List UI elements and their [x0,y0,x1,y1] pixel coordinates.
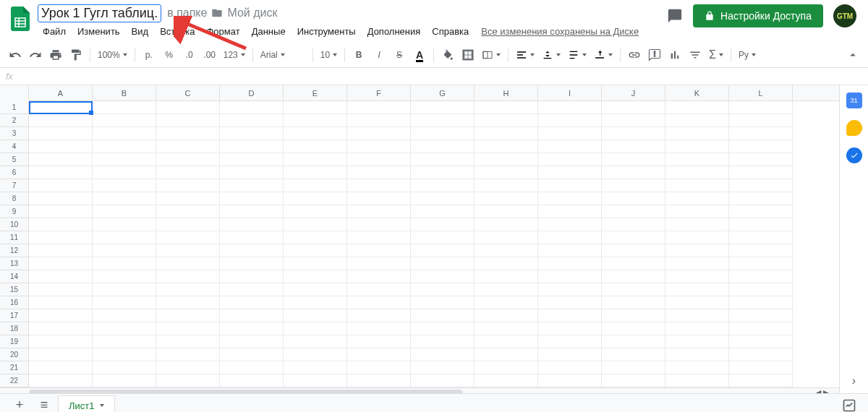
cell-I1[interactable] [538,101,602,114]
expand-toolbar-button[interactable] [843,46,862,64]
row-header-15[interactable]: 15 [0,283,29,296]
cell-F18[interactable] [347,322,411,335]
cell-J4[interactable] [602,140,665,153]
row-header-18[interactable]: 18 [0,322,29,335]
cell-I6[interactable] [538,166,602,179]
cell-E16[interactable] [284,296,347,309]
percent-format-button[interactable]: % [160,46,179,64]
cell-C8[interactable] [156,192,220,205]
cell-D20[interactable] [220,348,284,361]
column-header-I[interactable]: I [538,85,602,101]
cell-J17[interactable] [602,309,665,322]
cell-L3[interactable] [729,127,793,140]
cell-L15[interactable] [729,283,793,296]
cell-A9[interactable] [29,205,93,218]
cell-L21[interactable] [729,361,793,374]
cell-C5[interactable] [156,153,220,166]
insert-link-button[interactable] [625,46,644,64]
cell-C14[interactable] [156,270,220,283]
cell-J7[interactable] [602,179,665,192]
cell-I18[interactable] [538,322,602,335]
cell-A5[interactable] [29,153,93,166]
decrease-decimal-button[interactable]: .0 [180,46,199,64]
cell-K19[interactable] [665,335,729,348]
cell-G17[interactable] [411,309,475,322]
font-family-dropdown[interactable]: Arial [258,46,308,64]
cell-K8[interactable] [665,192,729,205]
zoom-dropdown[interactable]: 100% [95,46,130,64]
cell-D11[interactable] [220,231,284,244]
cell-H21[interactable] [475,361,538,374]
account-avatar[interactable]: GTM [833,4,856,27]
cell-A20[interactable] [29,348,93,361]
cell-F6[interactable] [347,166,411,179]
column-header-H[interactable]: H [475,85,538,101]
row-header-22[interactable]: 22 [0,374,29,387]
cell-I19[interactable] [538,335,602,348]
cell-J8[interactable] [602,192,665,205]
cell-C3[interactable] [156,127,220,140]
formula-input[interactable] [33,71,862,82]
cell-C9[interactable] [156,205,220,218]
cell-K1[interactable] [665,101,729,114]
cell-C10[interactable] [156,218,220,231]
cell-G20[interactable] [411,348,475,361]
cell-K15[interactable] [665,283,729,296]
row-header-4[interactable]: 4 [0,140,29,153]
row-header-3[interactable]: 3 [0,127,29,140]
explore-button[interactable] [839,395,859,413]
cell-L13[interactable] [729,257,793,270]
text-wrap-button[interactable] [565,46,590,64]
row-header-20[interactable]: 20 [0,348,29,361]
menu-edit[interactable]: Изменить [72,23,125,40]
cell-K14[interactable] [665,270,729,283]
cell-E3[interactable] [284,127,347,140]
cell-H15[interactable] [475,283,538,296]
cell-L16[interactable] [729,296,793,309]
cell-J5[interactable] [602,153,665,166]
cell-F7[interactable] [347,179,411,192]
cell-E17[interactable] [284,309,347,322]
cell-E20[interactable] [284,348,347,361]
cell-G16[interactable] [411,296,475,309]
cell-D7[interactable] [220,179,284,192]
cell-I17[interactable] [538,309,602,322]
horizontal-scroll[interactable] [29,388,815,393]
cell-L12[interactable] [729,244,793,257]
row-header-21[interactable]: 21 [0,361,29,374]
cell-J2[interactable] [602,114,665,127]
cell-A6[interactable] [29,166,93,179]
column-header-C[interactable]: C [156,85,220,101]
cell-D12[interactable] [220,244,284,257]
cell-F8[interactable] [347,192,411,205]
calendar-addon-icon[interactable]: 31 [846,93,862,108]
row-header-8[interactable]: 8 [0,192,29,205]
cell-F22[interactable] [347,374,411,387]
cell-G9[interactable] [411,205,475,218]
cell-F17[interactable] [347,309,411,322]
row-header-17[interactable]: 17 [0,309,29,322]
row-header-16[interactable]: 16 [0,296,29,309]
cell-K5[interactable] [665,153,729,166]
cell-J9[interactable] [602,205,665,218]
cell-C21[interactable] [156,361,220,374]
cell-L18[interactable] [729,322,793,335]
cell-L19[interactable] [729,335,793,348]
cell-I7[interactable] [538,179,602,192]
cell-C18[interactable] [156,322,220,335]
cell-G10[interactable] [411,218,475,231]
cell-B9[interactable] [93,205,156,218]
cell-J10[interactable] [602,218,665,231]
cell-D9[interactable] [220,205,284,218]
cell-B16[interactable] [93,296,156,309]
cell-K20[interactable] [665,348,729,361]
cell-L14[interactable] [729,270,793,283]
folder-name[interactable]: Мой диск [227,7,277,20]
cell-J19[interactable] [602,335,665,348]
cell-K13[interactable] [665,257,729,270]
cell-J16[interactable] [602,296,665,309]
cell-J11[interactable] [602,231,665,244]
print-button[interactable] [46,46,65,64]
cell-L17[interactable] [729,309,793,322]
font-size-dropdown[interactable]: 10 [318,46,340,64]
